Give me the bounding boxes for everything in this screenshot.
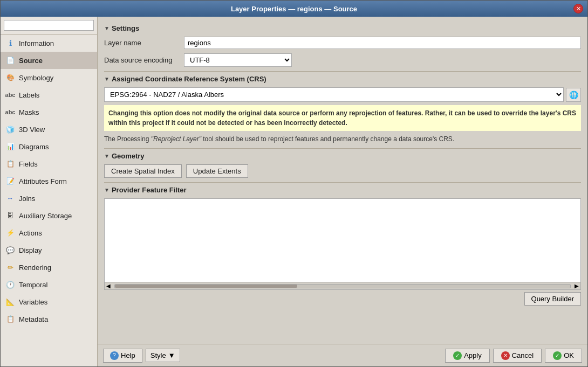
divider3 — [104, 182, 581, 183]
sidebar-item-display[interactable]: 💬 Display — [1, 241, 97, 259]
provider-filter-arrow: ▼ — [104, 187, 110, 193]
rendering-icon: ✏ — [5, 262, 16, 273]
geometry-arrow: ▼ — [104, 153, 110, 159]
crs-arrow: ▼ — [104, 76, 110, 82]
labels-icon: abc — [5, 89, 16, 100]
encoding-row: Data source encoding UTF-8 Latin-1 ASCII — [104, 53, 581, 67]
sidebar-item-joins[interactable]: ↔ Joins — [1, 190, 97, 207]
apply-label: Apply — [464, 351, 482, 359]
crs-warning-text: Changing this option does not modify the… — [108, 109, 576, 127]
filter-horizontal-scrollbar[interactable]: ◀ ▶ — [105, 282, 580, 289]
layer-name-input[interactable] — [184, 37, 581, 49]
sidebar-item-label: Masks — [19, 108, 39, 116]
style-button[interactable]: Style ▼ — [146, 349, 180, 362]
crs-info: The Processing "Reproject Layer" tool sh… — [104, 134, 581, 144]
style-dropdown-arrow: ▼ — [168, 351, 175, 359]
sidebar-item-label: Labels — [19, 91, 39, 99]
crs-warning: Changing this option does not modify the… — [104, 105, 581, 131]
crs-select[interactable]: EPSG:2964 - NAD27 / Alaska Albers — [104, 87, 564, 102]
cancel-label: Cancel — [512, 351, 534, 359]
sidebar-list: ℹ Information 📄 Source 🎨 Symbology abc L… — [1, 34, 97, 366]
scrollbar-track — [114, 284, 571, 288]
sidebar-item-rendering[interactable]: ✏ Rendering — [1, 259, 97, 276]
sidebar-item-labels[interactable]: abc Labels — [1, 86, 97, 103]
help-icon: ? — [110, 351, 119, 360]
apply-button[interactable]: ✓ Apply — [445, 349, 490, 363]
information-icon: ℹ — [5, 38, 16, 49]
3dview-icon: 🧊 — [5, 124, 16, 135]
provider-filter-section-header: ▼ Provider Feature Filter — [104, 186, 581, 194]
sidebar-item-label: Attributes Form — [19, 177, 67, 185]
sidebar-item-masks[interactable]: abc Masks — [1, 103, 97, 121]
encoding-select[interactable]: UTF-8 Latin-1 ASCII — [184, 53, 292, 67]
provider-filter-section-label: Provider Feature Filter — [112, 186, 187, 194]
query-builder-row: Query Builder — [104, 292, 581, 306]
scrollbar-right-arrow[interactable]: ▶ — [573, 282, 580, 290]
right-panel: ▼ Settings Layer name Data source encodi… — [98, 17, 587, 366]
sidebar-item-metadata[interactable]: 📋 Metadata — [1, 310, 97, 328]
sidebar-item-label: Symbology — [19, 74, 53, 82]
window-title: Layer Properties — regions — Source — [15, 5, 573, 13]
sidebar-item-label: Auxiliary Storage — [19, 212, 72, 220]
bottom-left: ? Help Style ▼ — [103, 349, 180, 363]
crs-section-label: Assigned Coordinate Reference System (CR… — [112, 75, 266, 83]
fields-icon: 📋 — [5, 158, 16, 169]
settings-section-label: Settings — [112, 24, 139, 32]
sidebar-item-auxiliary-storage[interactable]: 🗄 Auxiliary Storage — [1, 207, 97, 224]
update-extents-button[interactable]: Update Extents — [186, 164, 248, 178]
scrollbar-left-arrow[interactable]: ◀ — [105, 282, 112, 290]
actions-icon: ⚡ — [5, 227, 16, 238]
encoding-label: Data source encoding — [104, 56, 180, 64]
titlebar: Layer Properties — regions — Source ✕ — [1, 1, 587, 17]
close-button[interactable]: ✕ — [573, 4, 583, 13]
sidebar-item-fields[interactable]: 📋 Fields — [1, 155, 97, 172]
create-spatial-index-button[interactable]: Create Spatial Index — [104, 164, 182, 178]
ok-button[interactable]: ✓ OK — [545, 349, 582, 363]
sidebar-item-information[interactable]: ℹ Information — [1, 34, 97, 52]
filter-textarea[interactable] — [105, 199, 580, 282]
sidebar-item-label: Temporal — [19, 281, 47, 289]
sidebar-item-temporal[interactable]: 🕐 Temporal — [1, 276, 97, 293]
auxiliary-storage-icon: 🗄 — [5, 210, 16, 221]
sidebar-item-label: Actions — [19, 229, 42, 237]
help-button[interactable]: ? Help — [103, 349, 142, 363]
content-area: ▼ Settings Layer name Data source encodi… — [98, 17, 587, 344]
bottom-bar: ? Help Style ▼ ✓ Apply ✕ Cancel — [98, 344, 587, 366]
sidebar-item-label: Fields — [19, 160, 38, 168]
sidebar-item-label: Source — [19, 57, 43, 65]
crs-info-prefix: The Processing — [104, 135, 151, 143]
cancel-button[interactable]: ✕ Cancel — [493, 349, 542, 363]
sidebar-item-attributes-form[interactable]: 📝 Attributes Form — [1, 172, 97, 190]
main-content: ℹ Information 📄 Source 🎨 Symbology abc L… — [1, 17, 587, 366]
query-builder-button[interactable]: Query Builder — [524, 292, 581, 306]
crs-info-link: "Reproject Layer" — [151, 135, 201, 143]
settings-section-header: ▼ Settings — [104, 24, 581, 32]
crs-globe-button[interactable]: 🌐 — [566, 88, 581, 102]
sidebar-item-symbology[interactable]: 🎨 Symbology — [1, 69, 97, 86]
joins-icon: ↔ — [5, 193, 16, 204]
apply-icon: ✓ — [453, 351, 462, 360]
sidebar-item-label: Information — [19, 39, 54, 47]
sidebar-item-label: Joins — [19, 195, 35, 203]
divider2 — [104, 148, 581, 149]
variables-icon: 📐 — [5, 296, 16, 307]
display-icon: 💬 — [5, 245, 16, 255]
sidebar-item-variables[interactable]: 📐 Variables — [1, 293, 97, 310]
sidebar-item-source[interactable]: 📄 Source — [1, 52, 97, 69]
sidebar-item-3dview[interactable]: 🧊 3D View — [1, 121, 97, 138]
masks-icon: abc — [5, 107, 16, 117]
sidebar-item-diagrams[interactable]: 📊 Diagrams — [1, 138, 97, 155]
ok-label: OK — [564, 351, 574, 359]
crs-section-header: ▼ Assigned Coordinate Reference System (… — [104, 75, 581, 83]
sidebar-item-label: Variables — [19, 298, 47, 306]
sidebar-item-label: Metadata — [19, 315, 48, 323]
settings-arrow: ▼ — [104, 25, 110, 31]
crs-info-suffix: tool should be used to reproject feature… — [201, 135, 454, 143]
source-icon: 📄 — [5, 55, 16, 66]
sidebar-item-actions[interactable]: ⚡ Actions — [1, 224, 97, 241]
crs-row: EPSG:2964 - NAD27 / Alaska Albers 🌐 — [104, 87, 581, 102]
filter-area: ◀ ▶ — [104, 198, 581, 290]
main-window: Layer Properties — regions — Source ✕ ℹ … — [0, 0, 588, 367]
search-input[interactable] — [4, 20, 94, 31]
sidebar-item-label: 3D View — [19, 126, 45, 134]
